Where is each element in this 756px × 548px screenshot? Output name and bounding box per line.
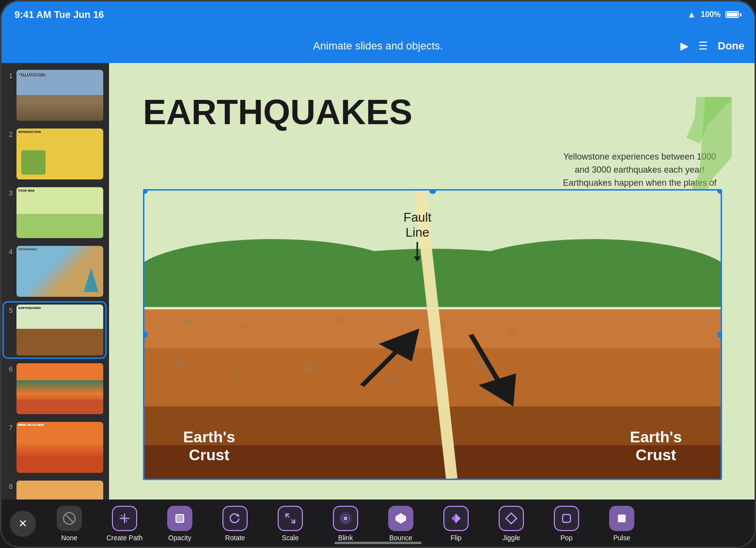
pulse-icon	[609, 506, 634, 531]
svg-marker-27	[506, 513, 517, 524]
slide-number-7: 7	[6, 424, 13, 432]
slide-image-2: INTRODUCTION	[16, 129, 103, 179]
slide-number-1: 1	[6, 72, 13, 80]
slide-image-4: WATERSHED	[16, 246, 103, 297]
anim-label-pulse: Pulse	[613, 534, 630, 542]
svg-line-1	[693, 102, 710, 141]
anim-item-pop[interactable]: Pop	[540, 502, 593, 546]
slide-thumb-3[interactable]: 3 FOOD WEB	[4, 185, 105, 240]
svg-marker-11	[414, 257, 421, 261]
anim-label-rotate: Rotate	[225, 534, 245, 542]
slide-number-4: 4	[6, 248, 13, 256]
svg-marker-23	[395, 513, 406, 524]
play-icon[interactable]: ▶	[680, 40, 689, 52]
rotate-icon	[222, 506, 248, 531]
slide-image-7: INSIDE THE CALDERA	[16, 422, 103, 473]
anim-item-none[interactable]: None	[43, 502, 96, 546]
anim-label-scale: Scale	[282, 534, 299, 542]
status-icons: ▲ 100%	[687, 10, 741, 20]
scale-icon	[278, 506, 303, 531]
svg-line-13	[65, 514, 74, 523]
slide-number-3: 3	[6, 189, 13, 197]
svg-rect-28	[563, 515, 570, 522]
slide-image-1: YELLOWSTONE	[16, 70, 103, 121]
anim-item-jiggle[interactable]: Jiggle	[485, 502, 538, 546]
slide-number-2: 2	[6, 130, 13, 138]
wifi-icon: ▲	[687, 10, 696, 20]
battery-icon	[725, 11, 741, 18]
slide-thumb-4[interactable]: 4 WATERSHED	[4, 244, 105, 299]
status-bar: 9:41 AM Tue Jun 16 ▲ 100%	[0, 0, 756, 29]
anim-label-pop: Pop	[561, 534, 573, 542]
toolbar-right: ▶ ☰ Done	[680, 40, 744, 52]
create-path-icon	[112, 506, 137, 531]
anim-item-create-path[interactable]: Create Path	[98, 502, 151, 546]
svg-rect-29	[618, 515, 626, 522]
flip-icon	[443, 506, 469, 531]
selection-handle-mr[interactable]	[717, 331, 722, 338]
slide-number-8: 8	[6, 483, 13, 490]
anim-item-bounce[interactable]: Bounce	[374, 502, 427, 546]
opacity-icon	[167, 506, 192, 531]
svg-line-9	[471, 335, 509, 400]
slide-title: EARTHQUAKES	[143, 92, 412, 132]
animation-toolbar: ✕ None Create Path Opacity	[0, 500, 756, 548]
svg-point-20	[344, 516, 347, 520]
slide-number-5: 5	[6, 306, 13, 314]
none-icon	[57, 506, 82, 531]
earth-crust-label-left: Earth'sCrust	[183, 428, 235, 464]
close-button[interactable]: ✕	[10, 511, 36, 537]
main-canvas: EARTHQUAKES Yellowstone experiences betw…	[109, 63, 756, 500]
anim-item-scale[interactable]: Scale	[264, 502, 317, 546]
fault-line-label: Fault Line	[404, 210, 432, 264]
anim-item-flip[interactable]: Flip	[429, 502, 483, 546]
anim-label-bounce: Bounce	[389, 534, 412, 542]
selected-object[interactable]: Fault Line Earth'sCrust Earth'sCrust	[143, 189, 722, 480]
anim-item-opacity[interactable]: Opacity	[153, 502, 206, 546]
svg-marker-25	[456, 514, 461, 523]
slide-thumb-5[interactable]: 5 EARTHQUAKES	[4, 303, 105, 357]
slide-thumb-1[interactable]: 1 YELLOWSTONE	[4, 68, 105, 123]
slide-image-5: EARTHQUAKES	[16, 305, 103, 355]
jiggle-icon	[499, 506, 524, 531]
anim-label-none: None	[61, 534, 77, 542]
svg-line-8	[362, 335, 413, 386]
battery-percent: 100%	[701, 10, 721, 19]
slide-number-6: 6	[6, 365, 13, 373]
status-time: 9:41 AM Tue Jun 16	[15, 9, 104, 20]
svg-line-2	[698, 155, 715, 194]
slide-thumb-6[interactable]: 6	[4, 361, 105, 416]
bounce-icon	[388, 506, 413, 531]
anim-label-jiggle: Jiggle	[503, 534, 520, 542]
anim-label-opacity: Opacity	[168, 534, 191, 542]
done-button[interactable]: Done	[718, 40, 744, 52]
anim-label-blink: Blink	[338, 534, 353, 542]
slide-thumb-7[interactable]: 7 INSIDE THE CALDERA	[4, 420, 105, 475]
slide-thumb-2[interactable]: 2 INTRODUCTION	[4, 127, 105, 181]
anim-item-rotate[interactable]: Rotate	[208, 502, 262, 546]
svg-marker-24	[451, 514, 456, 523]
svg-rect-16	[176, 515, 184, 522]
home-indicator	[334, 542, 422, 544]
anim-item-pulse[interactable]: Pulse	[595, 502, 648, 546]
fault-label-arrow	[410, 242, 425, 261]
list-icon[interactable]: ☰	[698, 40, 708, 52]
earth-crust-label-right: Earth'sCrust	[630, 428, 682, 464]
slide-image-3: FOOD WEB	[16, 187, 103, 238]
slide-image-6	[16, 363, 103, 414]
app-toolbar: Animate slides and objects. ▶ ☰ Done	[0, 29, 756, 63]
canvas-content: EARTHQUAKES Yellowstone experiences betw…	[109, 63, 756, 500]
anim-label-create-path: Create Path	[107, 534, 143, 542]
close-icon: ✕	[18, 517, 27, 530]
slide-panel: 1 YELLOWSTONE 2 INTRODUCTION 3 FOOD WEB …	[0, 63, 109, 500]
slide-image-8	[16, 481, 103, 500]
toolbar-title: Animate slides and objects.	[313, 40, 443, 52]
anim-item-blink[interactable]: Blink	[319, 502, 372, 546]
anim-label-flip: Flip	[451, 534, 462, 542]
blink-icon	[333, 506, 358, 531]
pop-icon	[554, 506, 579, 531]
slide-thumb-8[interactable]: 8	[4, 479, 105, 500]
